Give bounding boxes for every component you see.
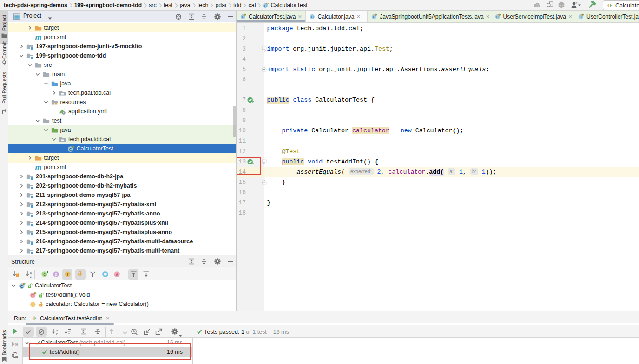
- svg-text:9: 9: [15, 342, 18, 347]
- svg-text:m: m: [31, 293, 34, 298]
- svg-text:C: C: [242, 15, 244, 19]
- svg-text:C: C: [20, 284, 23, 288]
- svg-text:C: C: [311, 15, 314, 19]
- svg-text:λ: λ: [116, 272, 118, 277]
- svg-text:C: C: [496, 15, 499, 19]
- svg-text:z: z: [30, 274, 32, 278]
- svg-text:C: C: [69, 147, 72, 151]
- svg-text:C: C: [580, 15, 582, 19]
- svg-text:p: p: [55, 272, 57, 277]
- svg-text:«»: «»: [560, 3, 564, 7]
- svg-text:z: z: [56, 332, 58, 335]
- svg-text:m: m: [35, 34, 41, 41]
- svg-text:f: f: [67, 272, 68, 277]
- svg-text:c: c: [43, 272, 46, 277]
- svg-text:C: C: [373, 15, 375, 19]
- svg-text:m: m: [35, 164, 41, 171]
- svg-text:C: C: [264, 4, 267, 8]
